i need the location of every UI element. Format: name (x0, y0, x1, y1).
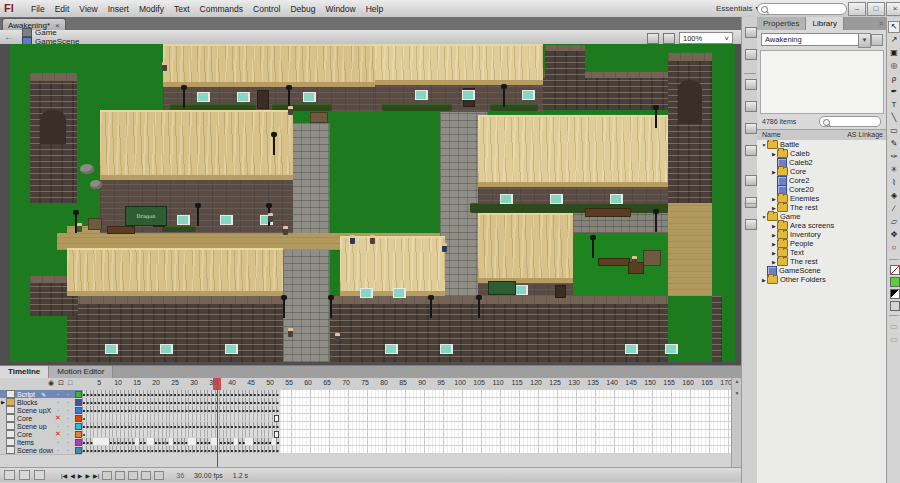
lock-icon[interactable]: ⊡ (58, 379, 64, 387)
layer-visible-dot[interactable]: · (53, 439, 63, 445)
step-forward-button[interactable]: ▶ (85, 472, 90, 479)
keyframe-segment[interactable] (109, 438, 136, 445)
rectangle-tool-icon[interactable]: ▭ (888, 125, 900, 137)
layer-lock-dot[interactable]: · (63, 439, 73, 445)
layer-lock-dot[interactable]: · (63, 423, 73, 429)
keyframe-segment[interactable] (253, 438, 272, 445)
subselection-tool-icon[interactable]: ↗ (888, 34, 900, 46)
swap-colors-icon[interactable] (890, 301, 900, 311)
layer-outline-color[interactable] (75, 407, 82, 414)
show-hide-icon[interactable]: ◉ (48, 379, 54, 387)
library-item-game[interactable]: ▼Game (757, 212, 886, 221)
step-back-button[interactable]: ◀ (70, 472, 75, 479)
frames-script[interactable] (82, 390, 280, 397)
menu-file[interactable]: File (26, 4, 50, 14)
center-frame-icon[interactable] (102, 471, 112, 480)
panel-menu-icon[interactable]: ≡ (879, 20, 883, 27)
outline-icon[interactable]: □ (68, 379, 72, 387)
frames-scene-up[interactable] (82, 422, 280, 429)
new-layer-button[interactable] (4, 470, 15, 480)
column-as-linkage[interactable]: AS Linkage (847, 131, 883, 138)
onion-skin-icon[interactable] (115, 471, 125, 480)
free-transform-tool-icon[interactable]: ▣ (888, 47, 900, 59)
layer-outline-color[interactable] (75, 415, 82, 422)
layer-visible-dot[interactable]: · (53, 423, 63, 429)
project-panel-icon[interactable] (745, 219, 757, 230)
library-item-core20[interactable]: Core20 (757, 185, 886, 194)
menu-edit[interactable]: Edit (50, 4, 75, 14)
maximize-button[interactable]: □ (867, 2, 885, 16)
transform-panel-icon[interactable] (745, 123, 757, 134)
layer-row-scene-down[interactable]: Scene down·· (0, 446, 82, 455)
pen-tool-icon[interactable]: ✒ (888, 86, 900, 98)
keyframe-segment[interactable] (154, 438, 169, 445)
library-item-people[interactable]: ▶People (757, 239, 886, 248)
keyframe-segment[interactable] (139, 438, 147, 445)
color-panel-icon[interactable] (745, 27, 757, 38)
column-name[interactable]: Name (762, 131, 781, 138)
chevron-down-icon[interactable]: ▼ (858, 33, 871, 48)
stroke-color-swatch[interactable] (890, 265, 900, 275)
layer-outline-color[interactable] (75, 431, 82, 438)
close-button[interactable]: × (886, 2, 900, 16)
minimize-button[interactable]: – (848, 2, 866, 16)
brush-tool-icon[interactable]: ✑ (888, 151, 900, 163)
layer-lock-dot[interactable]: · (63, 407, 73, 413)
keyframe-segment[interactable] (276, 438, 280, 445)
pin-library-icon[interactable] (871, 34, 883, 46)
library-item-area-screens[interactable]: ▶Area screens (757, 221, 886, 230)
library-item-other-folders[interactable]: ▶Other Folders (757, 275, 886, 284)
layer-lock-dot[interactable]: · (63, 391, 73, 397)
layer-lock-dot[interactable]: · (63, 431, 73, 437)
layer-outline-color[interactable] (75, 439, 82, 446)
layer-hidden-icon[interactable]: ✕ (53, 414, 63, 422)
keyframe-segment[interactable] (173, 438, 188, 445)
snap-to-objects-icon[interactable]: ▭ (888, 321, 900, 333)
workspace-switcher[interactable]: Essentials ▾ (712, 2, 763, 14)
search-input[interactable] (757, 3, 847, 15)
tab-motion-editor[interactable]: Motion Editor (49, 366, 113, 378)
library-item-battle[interactable]: ▼Battle (757, 140, 886, 149)
tool-option-icon[interactable]: ▭ (888, 334, 900, 346)
lasso-tool-icon[interactable]: ρ (888, 73, 900, 85)
tab-timeline[interactable]: Timeline (0, 366, 49, 378)
library-document-select[interactable]: Awakening (761, 33, 862, 46)
menu-help[interactable]: Help (361, 4, 388, 14)
onion-skin-outlines-icon[interactable] (128, 471, 138, 480)
layer-lock-dot[interactable]: · (63, 399, 73, 405)
layer-outline-color[interactable] (75, 423, 82, 430)
layer-outline-color[interactable] (75, 399, 82, 406)
library-item-the-rest[interactable]: ▶The rest (757, 203, 886, 212)
layer-visible-dot[interactable]: · (53, 407, 63, 413)
edit-scene-icon[interactable] (647, 33, 659, 44)
back-arrow-icon[interactable]: ← (4, 32, 14, 42)
keyframe-segment[interactable] (219, 438, 234, 445)
frames-core[interactable] (82, 430, 280, 437)
align-panel-icon[interactable] (745, 79, 757, 90)
library-item-enemies[interactable]: ▶Enemies (757, 194, 886, 203)
selection-tool-icon[interactable]: ↖ (888, 21, 900, 33)
layer-lock-dot[interactable]: · (63, 415, 73, 421)
menu-view[interactable]: View (74, 4, 102, 14)
frames-scene-upx[interactable] (82, 406, 280, 413)
breadcrumb-item-game[interactable]: Game (22, 28, 79, 37)
menu-modify[interactable]: Modify (134, 4, 169, 14)
info-panel-icon[interactable] (745, 101, 757, 112)
layer-outline-color[interactable] (75, 447, 82, 454)
layer-outline-color[interactable] (75, 391, 82, 398)
swatches-panel-icon[interactable] (745, 49, 757, 60)
frame-rate-value[interactable]: 30.00 fps (194, 472, 223, 479)
text-tool-icon[interactable]: T (888, 99, 900, 111)
eraser-tool-icon[interactable]: ▱ (888, 216, 900, 228)
keyframe-segment[interactable] (238, 438, 246, 445)
frame-grid[interactable] (82, 390, 731, 454)
zoom-level-select[interactable]: 100% ˅ (679, 32, 733, 44)
menu-text[interactable]: Text (169, 4, 195, 14)
layer-visible-dot[interactable]: · (53, 447, 63, 453)
paint-bucket-tool-icon[interactable]: ◈ (888, 190, 900, 202)
library-item-inventory[interactable]: ▶Inventory (757, 230, 886, 239)
keyframe-segment[interactable] (82, 438, 93, 445)
layer-visible-dot[interactable]: · (53, 391, 63, 397)
frames-items[interactable] (82, 438, 280, 445)
line-tool-icon[interactable]: ╲ (888, 112, 900, 124)
